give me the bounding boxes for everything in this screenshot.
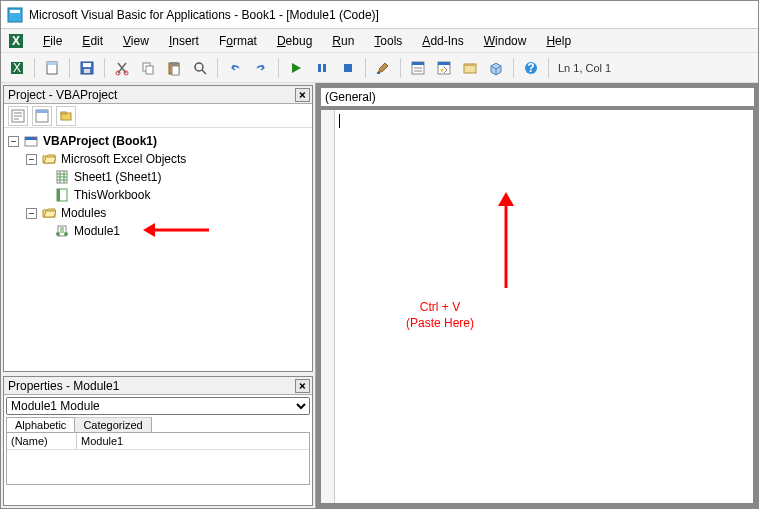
- menu-insert[interactable]: Insert: [161, 32, 207, 50]
- tree-module1[interactable]: Module1: [8, 222, 308, 240]
- svg-rect-7: [47, 62, 57, 65]
- tree-thisworkbook[interactable]: ThisWorkbook: [8, 186, 308, 204]
- menu-file[interactable]: File: [35, 32, 70, 50]
- annotation-text: Ctrl + V (Paste Here): [406, 300, 474, 331]
- tree-modules-label: Modules: [61, 204, 106, 222]
- properties-object-select[interactable]: Module1 Module: [6, 397, 310, 415]
- svg-point-62: [64, 232, 68, 236]
- menubar: X File Edit View Insert Format Debug Run…: [1, 29, 758, 53]
- svg-rect-1: [10, 10, 20, 13]
- redo-icon[interactable]: [249, 56, 273, 80]
- svg-rect-16: [171, 62, 177, 65]
- tree-root-label: VBAProject (Book1): [43, 132, 157, 150]
- svg-point-48: [34, 137, 36, 139]
- svg-rect-43: [36, 110, 48, 113]
- tab-categorized[interactable]: Categorized: [74, 417, 151, 432]
- tree-sheet1-label: Sheet1 (Sheet1): [74, 168, 161, 186]
- menu-run[interactable]: Run: [324, 32, 362, 50]
- project-tree[interactable]: − VBAProject (Book1) − Microsoft Excel O…: [4, 128, 312, 371]
- annotation-line1: Ctrl + V: [406, 300, 474, 316]
- object-browser-icon[interactable]: [458, 56, 482, 80]
- property-row-name[interactable]: (Name) Module1: [7, 433, 309, 450]
- save-icon[interactable]: [75, 56, 99, 80]
- tree-excel-objects[interactable]: − Microsoft Excel Objects: [8, 150, 308, 168]
- properties-panel-title: Properties - Module1: [8, 379, 119, 393]
- close-icon[interactable]: ×: [295, 88, 310, 102]
- properties-grid[interactable]: (Name) Module1: [6, 433, 310, 485]
- property-name-label: (Name): [7, 433, 77, 449]
- paste-icon[interactable]: [162, 56, 186, 80]
- project-panel-title: Project - VBAProject: [8, 88, 117, 102]
- workbook-icon: [54, 187, 70, 203]
- menu-debug[interactable]: Debug: [269, 32, 320, 50]
- svg-point-18: [195, 63, 203, 71]
- menu-window[interactable]: Window: [476, 32, 535, 50]
- left-panels: Project - VBAProject × − VBAProject (Boo…: [1, 83, 316, 508]
- break-icon[interactable]: [310, 56, 334, 80]
- insert-module-icon[interactable]: [40, 56, 64, 80]
- property-name-value[interactable]: Module1: [77, 433, 309, 449]
- collapse-icon[interactable]: −: [8, 136, 19, 147]
- properties-panel: Properties - Module1 × Module1 Module Al…: [3, 376, 313, 506]
- svg-rect-20: [318, 64, 321, 72]
- close-icon[interactable]: ×: [295, 379, 310, 393]
- menu-help[interactable]: Help: [538, 32, 579, 50]
- svg-rect-29: [438, 62, 450, 65]
- code-editor[interactable]: Ctrl + V (Paste Here): [320, 109, 754, 504]
- titlebar: Microsoft Visual Basic for Applications …: [1, 1, 758, 29]
- tree-modules[interactable]: − Modules: [8, 204, 308, 222]
- tree-thisworkbook-label: ThisWorkbook: [74, 186, 150, 204]
- undo-icon[interactable]: [223, 56, 247, 80]
- svg-rect-9: [83, 63, 91, 67]
- run-icon[interactable]: [284, 56, 308, 80]
- sheet-icon: [54, 169, 70, 185]
- svg-rect-56: [57, 189, 60, 201]
- project-explorer-icon[interactable]: [406, 56, 430, 80]
- menu-format[interactable]: Format: [211, 32, 265, 50]
- text-cursor: [339, 114, 340, 128]
- svg-rect-21: [323, 64, 326, 72]
- code-margin: [321, 110, 335, 503]
- menu-addins[interactable]: Add-Ins: [414, 32, 471, 50]
- properties-object-selector[interactable]: Module1 Module: [6, 397, 310, 415]
- copy-icon[interactable]: [136, 56, 160, 80]
- menu-tools[interactable]: Tools: [366, 32, 410, 50]
- code-object-label: (General): [325, 90, 376, 104]
- svg-rect-22: [344, 64, 352, 72]
- svg-rect-25: [412, 62, 424, 65]
- svg-rect-32: [464, 64, 476, 66]
- menu-view[interactable]: View: [115, 32, 157, 50]
- module-icon: [54, 223, 70, 239]
- view-excel-icon[interactable]: X: [5, 56, 29, 80]
- collapse-icon[interactable]: −: [26, 154, 37, 165]
- design-mode-icon[interactable]: [371, 56, 395, 80]
- excel-app-icon: X: [7, 32, 25, 50]
- tab-alphabetic[interactable]: Alphabetic: [6, 417, 75, 432]
- cut-icon[interactable]: [110, 56, 134, 80]
- view-code-icon[interactable]: [8, 106, 28, 126]
- reset-icon[interactable]: [336, 56, 360, 80]
- menu-edit[interactable]: Edit: [74, 32, 111, 50]
- app-title-icon: [7, 7, 23, 23]
- help-icon[interactable]: ?: [519, 56, 543, 80]
- tree-sheet1[interactable]: Sheet1 (Sheet1): [8, 168, 308, 186]
- project-mini-toolbar: [4, 104, 312, 128]
- toolbox-icon[interactable]: [484, 56, 508, 80]
- folder-open-icon: [41, 151, 57, 167]
- svg-text:X: X: [12, 34, 20, 48]
- svg-text:X: X: [13, 61, 21, 75]
- find-icon[interactable]: [188, 56, 212, 80]
- toggle-folders-icon[interactable]: [56, 106, 76, 126]
- view-object-icon[interactable]: [32, 106, 52, 126]
- toolbar: X ? Ln 1, Col 1: [1, 53, 758, 83]
- svg-line-19: [202, 70, 206, 74]
- collapse-icon[interactable]: −: [26, 208, 37, 219]
- properties-window-icon[interactable]: [432, 56, 456, 80]
- code-window: (General) Ctrl + V (Paste Here): [316, 83, 758, 508]
- tree-module1-label: Module1: [74, 222, 120, 240]
- tree-excel-objects-label: Microsoft Excel Objects: [61, 150, 186, 168]
- tree-root[interactable]: − VBAProject (Book1): [8, 132, 308, 150]
- code-object-dropdown[interactable]: (General): [320, 87, 754, 107]
- project-panel-header: Project - VBAProject ×: [4, 86, 312, 104]
- vba-project-icon: [23, 133, 39, 149]
